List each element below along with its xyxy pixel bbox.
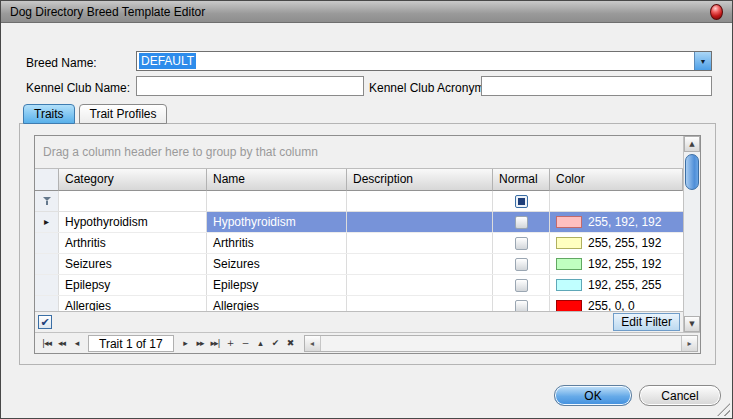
cell-description[interactable] xyxy=(347,275,493,295)
cell-category[interactable]: Seizures xyxy=(59,254,207,274)
color-value: 192, 255, 192 xyxy=(588,254,661,274)
record-navigator: |◂◂◂◂◂ Trait 1 of 17 ▸▸▸▸▸|+−▴✔✖ ◂ ▸ xyxy=(35,332,700,353)
tab-trait-profiles[interactable]: Trait Profiles xyxy=(79,104,168,124)
vertical-scrollbar[interactable]: ▲ ▼ xyxy=(683,136,700,332)
dropdown-button[interactable]: ▼ xyxy=(694,52,711,70)
titlebar[interactable]: Dog Directory Breed Template Editor xyxy=(1,1,732,23)
cell-name[interactable]: Seizures xyxy=(207,254,347,274)
scroll-down-icon[interactable]: ▼ xyxy=(684,316,700,332)
normal-checkbox[interactable] xyxy=(515,300,528,312)
table-row[interactable]: ArthritisArthritis255, 255, 192 xyxy=(35,233,683,254)
header-color[interactable]: Color xyxy=(550,169,683,191)
header-name[interactable]: Name xyxy=(207,169,347,191)
cell-description[interactable] xyxy=(347,296,493,311)
nav-next-button[interactable]: ▸ xyxy=(178,338,193,348)
normal-checkbox[interactable] xyxy=(515,258,528,271)
tab-traits[interactable]: Traits xyxy=(23,104,75,124)
normal-checkbox[interactable] xyxy=(515,279,528,292)
nav-insert-button[interactable]: + xyxy=(223,338,238,348)
scroll-up-icon[interactable]: ▲ xyxy=(684,136,700,152)
nav-page-prev-button[interactable]: ◂◂ xyxy=(54,338,69,348)
scroll-left-icon[interactable]: ◂ xyxy=(305,336,321,351)
table-row[interactable]: SeizuresSeizures192, 255, 192 xyxy=(35,254,683,275)
vertical-scroll-thumb[interactable] xyxy=(685,154,699,190)
cell-description[interactable] xyxy=(347,233,493,253)
horizontal-scrollbar[interactable]: ◂ ▸ xyxy=(304,335,698,352)
ok-button[interactable]: OK xyxy=(554,385,632,406)
nav-first-button[interactable]: |◂◂ xyxy=(39,338,54,348)
nav-edit-button[interactable]: ▴ xyxy=(253,338,268,348)
filter-cell-category[interactable] xyxy=(59,191,207,211)
cell-category[interactable]: Hypothyroidism xyxy=(59,212,207,232)
kennel-club-name-field[interactable] xyxy=(136,76,364,96)
navigator-left-buttons: |◂◂◂◂◂ xyxy=(39,338,84,348)
filter-cell-description[interactable] xyxy=(347,191,493,211)
cell-category[interactable]: Allergies xyxy=(59,296,207,311)
traits-grid: Drag a column header here to group by th… xyxy=(34,135,701,354)
color-swatch xyxy=(556,300,582,311)
filter-enabled-checkbox[interactable]: ✔ xyxy=(38,315,52,329)
table-row[interactable]: AllergiesAllergies255, 0, 0 xyxy=(35,296,683,311)
cell-color[interactable]: 255, 192, 192 xyxy=(550,212,683,232)
normal-filter-checkbox[interactable] xyxy=(515,195,528,208)
cell-name[interactable]: Allergies xyxy=(207,296,347,311)
grid-rows: ▸HypothyroidismHypothyroidism255, 192, 1… xyxy=(35,212,683,311)
color-swatch xyxy=(556,279,582,291)
cell-normal[interactable] xyxy=(493,233,550,253)
cell-normal[interactable] xyxy=(493,254,550,274)
nav-last-button[interactable]: ▸▸| xyxy=(208,338,223,348)
filter-funnel-icon xyxy=(43,197,51,205)
nav-cancel-edit-button[interactable]: ✖ xyxy=(283,338,298,348)
nav-prev-button[interactable]: ◂ xyxy=(69,338,84,348)
normal-checkbox[interactable] xyxy=(515,237,528,250)
color-value: 255, 255, 192 xyxy=(588,233,661,253)
header-description[interactable]: Description xyxy=(347,169,493,191)
cell-category[interactable]: Arthritis xyxy=(59,233,207,253)
cell-name[interactable]: Epilepsy xyxy=(207,275,347,295)
cell-color[interactable]: 255, 0, 0 xyxy=(550,296,683,311)
filter-cell-indicator[interactable] xyxy=(35,191,59,211)
color-swatch xyxy=(556,216,582,228)
kennel-club-acronym-label: Kennel Club Acronym: xyxy=(369,81,488,95)
header-indicator xyxy=(35,169,59,191)
filter-cell-color[interactable] xyxy=(550,191,683,211)
header-category[interactable]: Category xyxy=(59,169,207,191)
cell-name[interactable]: Arthritis xyxy=(207,233,347,253)
cell-description[interactable] xyxy=(347,212,493,232)
filter-cell-normal[interactable] xyxy=(493,191,550,211)
cell-color[interactable]: 192, 255, 192 xyxy=(550,254,683,274)
header-normal[interactable]: Normal xyxy=(493,169,550,191)
table-row[interactable]: ▸HypothyroidismHypothyroidism255, 192, 1… xyxy=(35,212,683,233)
dialog-window: Dog Directory Breed Template Editor Bree… xyxy=(0,0,733,419)
cell-normal[interactable] xyxy=(493,275,550,295)
color-value: 255, 0, 0 xyxy=(588,296,635,311)
nav-page-next-button[interactable]: ▸▸ xyxy=(193,338,208,348)
edit-filter-button[interactable]: Edit Filter xyxy=(613,313,680,331)
nav-post-button[interactable]: ✔ xyxy=(268,338,283,348)
scroll-right-icon[interactable]: ▸ xyxy=(681,336,697,351)
row-indicator xyxy=(35,296,59,311)
grid-header-row: Category Name Description Normal Color xyxy=(35,169,683,191)
window-title: Dog Directory Breed Template Editor xyxy=(10,5,205,19)
chevron-down-icon: ▼ xyxy=(700,58,707,65)
check-icon: ✔ xyxy=(40,317,49,328)
filter-cell-name[interactable] xyxy=(207,191,347,211)
nav-delete-button[interactable]: − xyxy=(238,338,253,348)
breed-name-combobox[interactable]: DEFAULT ▼ xyxy=(136,51,712,71)
cancel-button[interactable]: Cancel xyxy=(639,385,721,406)
cell-category[interactable]: Epilepsy xyxy=(59,275,207,295)
color-swatch xyxy=(556,258,582,270)
table-row[interactable]: EpilepsyEpilepsy192, 255, 255 xyxy=(35,275,683,296)
cell-normal[interactable] xyxy=(493,212,550,232)
normal-checkbox[interactable] xyxy=(515,216,528,229)
cell-color[interactable]: 255, 255, 192 xyxy=(550,233,683,253)
cell-normal[interactable] xyxy=(493,296,550,311)
breed-name-label: Breed Name: xyxy=(26,56,97,70)
cell-name[interactable]: Hypothyroidism xyxy=(207,212,347,232)
group-by-panel[interactable]: Drag a column header here to group by th… xyxy=(35,136,683,169)
cell-description[interactable] xyxy=(347,254,493,274)
kennel-club-acronym-field[interactable] xyxy=(481,76,712,96)
cell-color[interactable]: 192, 255, 255 xyxy=(550,275,683,295)
resize-grip[interactable] xyxy=(717,403,730,416)
close-icon[interactable] xyxy=(710,4,723,20)
